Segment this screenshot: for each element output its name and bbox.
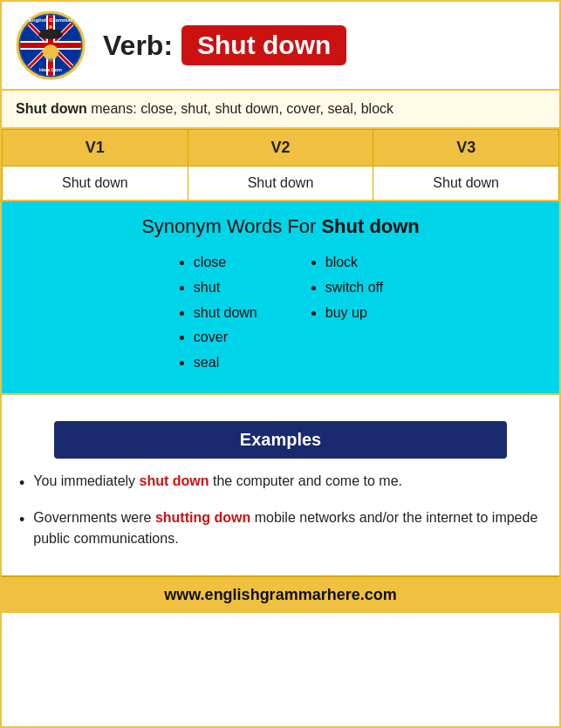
highlight-1: shut down [140,473,209,488]
synonym-section: Synonym Words For Shut down close shut s… [2,201,559,395]
table-row: Shut down Shut down Shut down [3,167,559,201]
svg-rect-17 [48,60,53,62]
synonym-columns: close shut shut down cover seal block sw… [23,250,538,376]
cell-v1: Shut down [3,167,188,201]
list-item: cover [194,325,257,350]
cell-v3: Shut down [373,167,559,201]
col-v2: V2 [188,130,373,167]
meaning-section: Shut down means: close, shut, shut down,… [2,91,559,129]
list-item: buy up [325,301,383,326]
highlight-2: shutting down [155,510,250,525]
synonym-col-1: close shut shut down cover seal [178,250,257,376]
list-item: block [325,250,383,276]
list-item: seal [194,350,257,376]
synonym-title-normal: Synonym Words For [141,215,321,237]
synonym-title-bold: Shut down [321,215,419,237]
examples-section: Examples • You immediately shut down the… [2,395,559,575]
meaning-text: means: close, shut, shut down, cover, se… [87,101,393,116]
footer: www.englishgrammarhere.com [2,575,559,613]
bullet-icon: • [19,472,24,495]
example-item-2: • Governments were shutting down mobile … [19,507,542,549]
cell-v2: Shut down [188,167,373,201]
synonym-list-2: block switch off buy up [310,250,383,325]
meaning-term: Shut down [16,101,87,116]
examples-header: Examples [54,421,507,459]
svg-text:Here.Com: Here.Com [39,67,62,72]
page-header: English Grammar Here.Com Verb: Shut down [2,2,559,91]
example-text-1: You immediately shut down the computer a… [33,471,402,492]
header-word: Shut down [181,25,346,65]
bullet-icon: • [19,508,24,532]
svg-text:English Grammar: English Grammar [29,17,73,23]
col-v1: V1 [3,130,188,167]
svg-point-14 [49,25,52,29]
verb-label: Verb: [103,30,173,62]
footer-url: www.englishgrammarhere.com [164,586,396,603]
logo: English Grammar Here.Com [16,10,86,80]
list-item: shut down [194,301,257,326]
example-text-2: Governments were shutting down mobile ne… [33,507,542,549]
list-item: close [194,250,257,276]
example-item-1: • You immediately shut down the computer… [19,471,542,495]
svg-point-15 [43,44,58,60]
verb-table: V1 V2 V3 Shut down Shut down Shut down [2,129,559,201]
synonym-list-1: close shut shut down cover seal [178,250,257,376]
synonym-title: Synonym Words For Shut down [23,215,538,238]
synonym-col-2: block switch off buy up [310,250,383,376]
list-item: shut [194,276,257,301]
list-item: switch off [325,276,383,301]
col-v3: V3 [373,130,559,167]
